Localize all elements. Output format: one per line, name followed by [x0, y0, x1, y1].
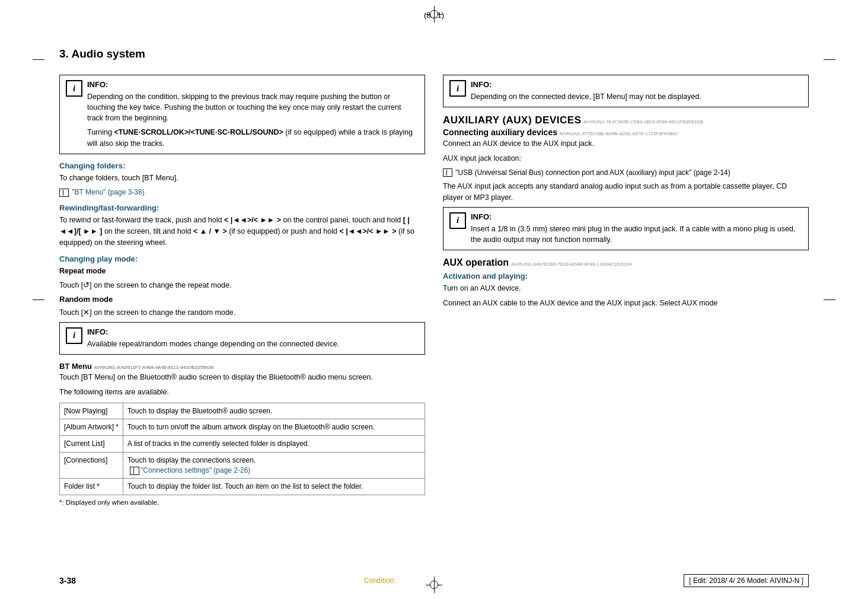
info-box-right: i INFO: Depending on the connected devic… [443, 75, 809, 107]
aux-operation-uuid: AIVINJN1-8467D2B9-7D28-4DAB-8F80-11B9ACD… [511, 262, 632, 267]
aux-devices-uuid: AIVINJN1-7E4C982E-CE83-4B19-8596-96O1FE8… [583, 119, 703, 125]
random-mode-text: Touch [✕] on the screen to change the ra… [59, 307, 425, 318]
crosshair-top [426, 6, 442, 23]
footer-condition: Condition: [364, 576, 396, 585]
rewinding-text: To rewind or fast-forward the track, pus… [59, 215, 425, 248]
table-cell-col2: A list of tracks in the currently select… [123, 436, 425, 453]
table-cell-col1: [Album Artwork] * [60, 419, 123, 436]
info-box-1-content: INFO: Depending on the condition, skippi… [87, 80, 419, 149]
book-icon-connections [130, 467, 139, 475]
table-cell-col1: Folder list * [60, 479, 123, 495]
info-box-right-2: i INFO: Insert a 1/8 in (3.5 mm) stereo … [443, 207, 809, 250]
book-icon-1 [59, 189, 69, 197]
info-icon-right-2: i [449, 212, 466, 229]
repeat-mode-heading: Repeat mode [59, 266, 425, 277]
connecting-aux-section: Connecting auxiliary devices AIVINJN1-97… [443, 128, 809, 137]
bt-menu-uuid: AIVINJN1-AAD511F7-A469-4A45-8111-041OE22… [94, 365, 214, 370]
aux-input-text1: The AUX input jack accepts any standard … [443, 181, 809, 203]
margin-dash-left-top [33, 59, 44, 60]
table-row: Folder list *Touch to display the folder… [60, 479, 425, 495]
info-label-right-2: INFO: [471, 212, 802, 221]
table-cell-col1: [Current List] [60, 436, 123, 453]
page-footer: 3-38 Condition: [ Edit: 2018/ 4/ 26 Mode… [59, 574, 809, 587]
changing-folders-ref: "BT Menu" (page 3-38) [59, 187, 425, 197]
table-row: [Now Playing]Touch to display the Blueto… [60, 403, 425, 419]
bt-menu-heading: BT Menu AIVINJN1-AAD511F7-A469-4A45-8111… [59, 362, 425, 371]
changing-folders-text: To change folders, touch [BT Menu]. [59, 173, 425, 184]
footer-edit: [ Edit: 2018/ 4/ 26 Model: AIVINJ-N ] [684, 574, 809, 587]
info-box-right-2-content: INFO: Insert a 1/8 in (3.5 mm) stereo mi… [471, 212, 802, 245]
info-box-3: i INFO: Available repeat/random modes ch… [59, 322, 425, 355]
margin-dash-right-mid [824, 300, 835, 300]
aux-devices-section: AUXILIARY (AUX) DEVICES AIVINJN1-7E4C982… [443, 114, 809, 126]
info-text-1b: Turning <TUNE·SCROLL/OK>/<TUNE·SC-ROLL/S… [87, 127, 419, 148]
info-text-right-2: Insert a 1/8 in (3.5 mm) stereo mini plu… [471, 224, 802, 245]
activation-text2: Connect an AUX cable to the AUX device a… [443, 298, 809, 309]
bt-menu-items-intro: The following items are available. [59, 387, 425, 398]
book-icon-2 [443, 168, 452, 177]
footer-page-number: 3-38 [59, 576, 76, 585]
two-col-layout: i INFO: Depending on the condition, skip… [59, 75, 809, 557]
info-label-3: INFO: [87, 327, 339, 336]
section-heading: 3. Audio system [59, 47, 809, 64]
table-cell-col2: Touch to display the folder list. Touch … [123, 479, 425, 495]
left-column: i INFO: Depending on the condition, skip… [59, 75, 425, 557]
info-box-right-content: INFO: Depending on the connected device,… [471, 80, 701, 102]
margin-dash-right-top [824, 59, 835, 60]
activation-text1: Turn on an AUX device. [443, 283, 809, 294]
info-icon-3: i [66, 327, 82, 344]
table-cell-col2: Touch to turn on/off the album artwork d… [123, 419, 425, 436]
page-container: (82,1) 3. Audio system i INFO: [0, 0, 868, 599]
random-mode-heading: Random mode [59, 295, 425, 304]
changing-play-heading: Changing play mode: [59, 254, 425, 263]
connecting-aux-uuid: AIVINJN1-9776C08E-B05B-4D3E-857D-1723F8F… [560, 131, 678, 136]
table-cell-col2: Touch to display the connections screen.… [123, 452, 425, 479]
aux-input-location: AUX input jack location: [443, 153, 809, 164]
connecting-aux-text: Connect an AUX device to the AUX input j… [443, 138, 809, 149]
aux-operation-section: AUX operation AIVINJN1-8467D2B9-7D28-4DA… [443, 257, 809, 268]
info-icon-1: i [66, 80, 82, 97]
connections-ref: "Connections settings" (page 2-26) [130, 466, 420, 476]
table-row: [Connections]Touch to display the connec… [60, 452, 425, 479]
table-row: [Current List]A list of tracks in the cu… [60, 436, 425, 453]
info-icon-right: i [449, 80, 466, 97]
changing-folders-heading: Changing folders: [59, 161, 425, 170]
aux-devices-heading: AUXILIARY (AUX) DEVICES [443, 114, 581, 126]
table-note: *: Displayed only when available. [59, 499, 425, 506]
aux-operation-heading: AUX operation [443, 257, 509, 267]
info-box-1: i INFO: Depending on the condition, skip… [59, 75, 425, 154]
table-cell-col1: [Connections] [60, 452, 123, 479]
right-column: i INFO: Depending on the connected devic… [443, 75, 809, 557]
repeat-mode-text: Touch [↺] on the screen to change the re… [59, 280, 425, 291]
info-text-3: Available repeat/random modes change dep… [87, 339, 339, 349]
table-row: [Album Artwork] *Touch to turn on/off th… [60, 419, 425, 436]
info-text-right: Depending on the connected device, [BT M… [471, 91, 701, 102]
rewinding-heading: Rewinding/fast-forwarding: [59, 203, 425, 212]
table-cell-col1: [Now Playing] [60, 403, 123, 419]
info-label-right: INFO: [471, 80, 701, 89]
activation-heading: Activation and playing: [443, 272, 809, 281]
bt-menu-text: Touch [BT Menu] on the Bluetooth® audio … [59, 372, 425, 383]
margin-dash-left-mid [33, 300, 44, 300]
connecting-aux-heading: Connecting auxiliary devices [443, 128, 557, 137]
bt-menu-table: [Now Playing]Touch to display the Blueto… [59, 403, 425, 496]
info-label-1: INFO: [87, 80, 419, 89]
content-area: 3. Audio system i INFO: Depending on the… [59, 42, 809, 557]
info-box-3-content: INFO: Available repeat/random modes chan… [87, 327, 339, 349]
aux-ref: "USB (Universal Serial Bus) connection p… [443, 168, 809, 178]
info-text-1: Depending on the condition, skipping to … [87, 91, 419, 123]
table-cell-col2: Touch to display the Bluetooth® audio sc… [123, 403, 425, 419]
